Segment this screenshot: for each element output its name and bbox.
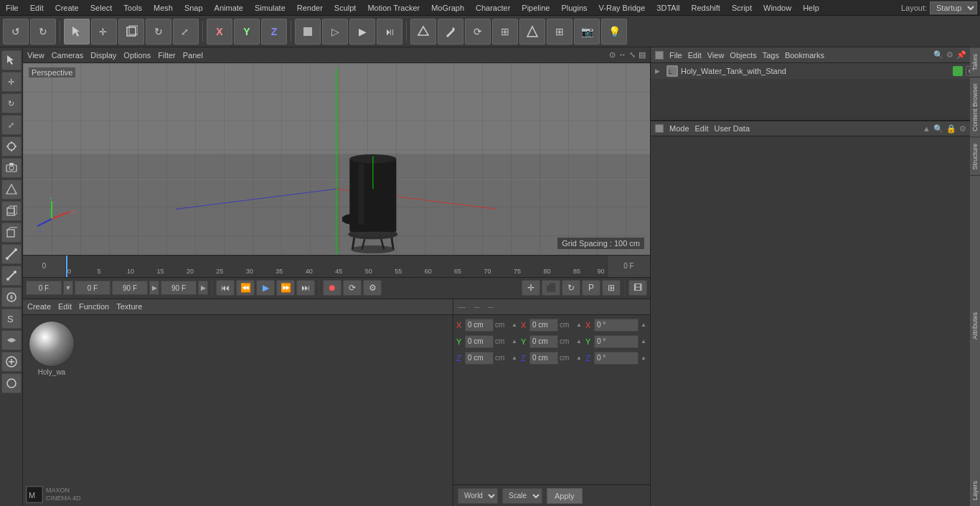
x-pos-arrow[interactable]: ▲ <box>511 322 518 328</box>
sidebar-tool11[interactable] <box>1 287 22 307</box>
settings-icon[interactable]: ⚙ <box>946 50 953 60</box>
y-size-arrow[interactable]: ▲ <box>575 338 583 345</box>
objects-file-menu[interactable]: File <box>669 51 682 60</box>
menu-edit[interactable]: Edit <box>24 2 50 14</box>
mat-edit-menu[interactable]: Edit <box>58 302 72 311</box>
mat-create-menu[interactable]: Create <box>27 302 51 311</box>
object-tree-row[interactable]: ▶ L Holy_Water_Tank_with_Stand <box>651 63 980 79</box>
x-size-arrow[interactable]: ▲ <box>575 322 583 328</box>
menu-character[interactable]: Character <box>470 2 516 14</box>
vp-panel-menu[interactable]: Panel <box>183 51 203 60</box>
goto-end-button[interactable]: ⏭ <box>296 280 315 296</box>
sidebar-tool5[interactable] <box>1 136 22 156</box>
z-pos-field[interactable]: 0 cm <box>465 352 494 365</box>
timeline-ruler[interactable]: 0 5 10 15 20 25 30 35 40 45 50 55 60 65 … <box>66 256 607 277</box>
menu-sculpt[interactable]: Sculpt <box>329 2 362 14</box>
add-button[interactable]: ⊞ <box>492 19 518 44</box>
scale-right-tool[interactable]: ⬛ <box>542 280 560 296</box>
x-size-field[interactable]: 0 cm <box>529 319 558 332</box>
apply-button[interactable]: Apply <box>547 488 583 504</box>
render2-button[interactable]: ▶ <box>349 19 375 44</box>
vp-cameras-menu[interactable]: Cameras <box>52 51 84 60</box>
menu-script[interactable]: Script <box>726 2 758 14</box>
attr-search-icon[interactable]: 🔍 <box>933 124 943 133</box>
sidebar-scale-tool[interactable]: ⤢ <box>1 115 22 135</box>
light-button[interactable]: 💡 <box>601 19 627 44</box>
world-select[interactable]: World <box>458 488 498 504</box>
vp-display-menu[interactable]: Display <box>90 51 116 60</box>
playback-settings[interactable]: ⚙ <box>363 280 382 296</box>
frame-down-arrow[interactable]: ▼ <box>63 281 73 295</box>
model-mode-button[interactable] <box>295 19 321 44</box>
menu-vray[interactable]: V-Ray Bridge <box>593 2 651 14</box>
menu-help[interactable]: Help <box>797 2 825 14</box>
x-pos-field[interactable]: 0 cm <box>465 319 494 332</box>
grid-right-button[interactable]: ⊞ <box>602 280 621 296</box>
y-size-field[interactable]: 0 cm <box>529 335 558 348</box>
objects-bookmarks-menu[interactable]: Bookmarks <box>785 51 824 60</box>
endframe2-arrow[interactable]: ▶ <box>198 281 208 295</box>
menu-create[interactable]: Create <box>50 2 85 14</box>
sidebar-tool15[interactable] <box>1 373 22 393</box>
z-axis-button[interactable]: Z <box>261 19 287 44</box>
y-pos-arrow[interactable]: ▲ <box>511 338 518 345</box>
scale-select[interactable]: Scale <box>502 488 542 504</box>
viewport-icon2[interactable]: ↔ <box>618 50 626 60</box>
vp-options-menu[interactable]: Options <box>123 51 151 60</box>
end-frame-field-2[interactable]: 90 F <box>161 281 197 295</box>
sidebar-move-tool[interactable]: ✛ <box>1 72 22 92</box>
z-pos-arrow[interactable]: ▲ <box>511 355 518 361</box>
takes-tab[interactable]: Takes <box>970 47 980 77</box>
play-button[interactable]: ▶ <box>256 280 275 296</box>
sidebar-nurbs-tool[interactable] <box>1 222 22 243</box>
menu-pipeline[interactable]: Pipeline <box>516 2 555 14</box>
endframe-arrow[interactable]: ▶ <box>149 281 159 295</box>
menu-plugins[interactable]: Plugins <box>555 2 593 14</box>
menu-select[interactable]: Select <box>85 2 118 14</box>
menu-snap[interactable]: Snap <box>179 2 209 14</box>
viewport-canvas[interactable]: X Y Z Perspective Grid Spacing : 100 cm <box>23 63 650 255</box>
current-frame-field[interactable]: 0 F <box>26 281 62 295</box>
menu-motion-tracker[interactable]: Motion Tracker <box>362 2 425 14</box>
attr-up-icon[interactable]: ▲ <box>923 124 930 133</box>
layout-select[interactable]: Startup <box>930 1 977 14</box>
loop-button[interactable]: ⟳ <box>343 280 362 296</box>
menu-animate[interactable]: Animate <box>209 2 249 14</box>
menu-file[interactable]: File <box>0 2 24 14</box>
redo-button[interactable]: ↻ <box>30 19 56 44</box>
step-fwd-button[interactable]: ⏩ <box>276 280 295 296</box>
sidebar-selection-tool[interactable] <box>1 50 22 70</box>
layers-tab[interactable]: Layers <box>970 475 980 506</box>
move-tool-button[interactable]: ✛ <box>91 19 117 44</box>
rotate-tool-button[interactable]: ↻ <box>146 19 171 44</box>
search-icon[interactable]: 🔍 <box>933 50 943 60</box>
objects-edit-menu[interactable]: Edit <box>688 51 702 60</box>
y-rot-field[interactable]: 0 ° <box>594 335 639 348</box>
objects-objects-menu[interactable]: Objects <box>730 51 756 60</box>
z-size-arrow[interactable]: ▲ <box>575 355 583 361</box>
goto-start-button[interactable]: ⏮ <box>216 280 235 296</box>
sidebar-tool14[interactable] <box>1 352 22 372</box>
attr-edit-menu[interactable]: Edit <box>695 124 709 133</box>
start-frame-field[interactable]: 0 F <box>75 281 110 295</box>
shape-button[interactable] <box>519 19 545 44</box>
menu-mesh[interactable]: Mesh <box>148 2 179 14</box>
material-item[interactable]: Holy_wa <box>29 321 75 376</box>
x-rot-field[interactable]: 0 ° <box>594 319 639 332</box>
attr-lock-icon[interactable]: 🔒 <box>946 124 956 133</box>
sidebar-tool13[interactable] <box>1 330 22 350</box>
menu-simulate[interactable]: Simulate <box>249 2 291 14</box>
mat-texture-menu[interactable]: Texture <box>116 302 142 311</box>
render-button[interactable]: ▷ <box>322 19 348 44</box>
vp-filter-menu[interactable]: Filter <box>158 51 175 60</box>
rotate-cube-button[interactable] <box>118 19 144 44</box>
attr-mode-menu[interactable]: Mode <box>669 124 689 133</box>
structure-tab[interactable]: Structure <box>970 137 980 176</box>
z-size-field[interactable]: 0 cm <box>529 352 558 365</box>
pin-button[interactable]: P <box>582 280 600 296</box>
move-right-tool[interactable]: ✛ <box>522 280 540 296</box>
expand-arrow[interactable]: ▶ <box>655 67 664 75</box>
end-frame-field-1[interactable]: 90 F <box>112 281 148 295</box>
menu-3dtall[interactable]: 3DTAll <box>651 2 685 14</box>
sidebar-line-tool[interactable] <box>1 244 22 264</box>
